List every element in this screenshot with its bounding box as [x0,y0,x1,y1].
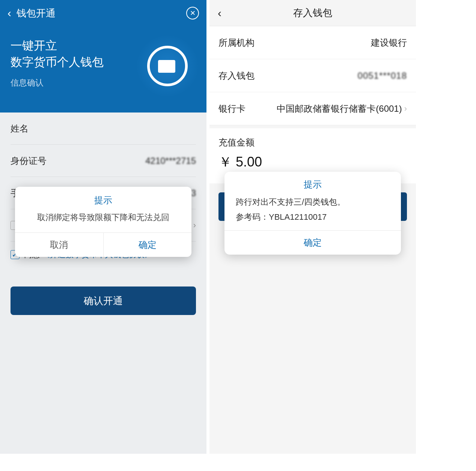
dialog-overlay: 提示 跨行对出不支持三/四类钱包。 参考码：YBLA12110017 确定 [209,0,416,454]
alert-dialog: 提示 取消绑定将导致限额下降和无法兑回 取消 确定 [15,187,191,257]
screen-wallet-open: ‹ 钱包开通 ✕ 一键开立 数字货币个人钱包 信息确认 姓名 身份证号 4210… [0,0,206,454]
cancel-button[interactable]: 取消 [15,233,103,257]
ok-button[interactable]: 确定 [103,233,192,257]
dialog-message: 跨行对出不支持三/四类钱包。 [224,196,401,212]
screen-deposit: ‹ 存入钱包 所属机构 建设银行 存入钱包 0051***018 银行卡 中国邮… [209,0,416,454]
dialog-reference: 参考码：YBLA12110017 [224,212,401,230]
dialog-message: 取消绑定将导致限额下降和无法兑回 [15,212,191,232]
dialog-title: 提示 [224,172,401,196]
dialog-overlay: 提示 取消绑定将导致限额下降和无法兑回 取消 确定 [0,0,206,454]
dialog-title: 提示 [15,187,191,212]
alert-dialog: 提示 跨行对出不支持三/四类钱包。 参考码：YBLA12110017 确定 [224,172,401,255]
ok-button[interactable]: 确定 [224,231,401,255]
